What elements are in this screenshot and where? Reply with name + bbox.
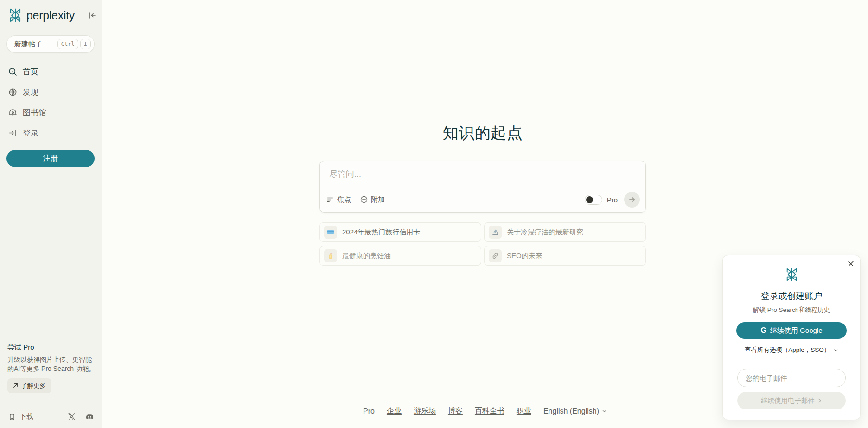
search-circle-icon bbox=[8, 67, 17, 76]
pro-promo-title: 尝试 Pro bbox=[7, 343, 96, 352]
download-button[interactable]: 下载 bbox=[8, 412, 33, 421]
all-options-label: 查看所有选项（Apple，SSO） bbox=[745, 346, 830, 354]
search-box: 焦点 附加 Pro bbox=[319, 161, 646, 213]
library-icon bbox=[8, 108, 17, 117]
sidebar-item-discover[interactable]: 发现 bbox=[0, 82, 102, 102]
download-label: 下载 bbox=[19, 412, 33, 421]
suggestion-card-cold-plunge[interactable]: 关于冷浸疗法的最新研究 bbox=[484, 222, 646, 242]
search-input[interactable] bbox=[323, 164, 643, 184]
signup-button[interactable]: 注册 bbox=[6, 150, 95, 167]
suggestion-card-cooking-oils[interactable]: 最健康的烹饪油 bbox=[319, 246, 481, 266]
sign-in-icon bbox=[8, 129, 17, 137]
google-g-icon: G bbox=[761, 326, 766, 335]
focus-button[interactable]: 焦点 bbox=[326, 195, 351, 204]
logo-row: perplexity bbox=[7, 7, 96, 23]
email-button-label: 继续使用电子邮件 bbox=[761, 396, 815, 405]
x-twitter-icon[interactable] bbox=[68, 413, 76, 421]
suggestion-label: SEO的未来 bbox=[507, 252, 542, 260]
footer-link-encyclopedia[interactable]: 百科全书 bbox=[475, 406, 504, 416]
pro-promo: 尝试 Pro 升级以获得图片上传、更智能的AI等更多 Pro Search 功能… bbox=[7, 343, 96, 393]
sidebar-item-label: 发现 bbox=[23, 87, 38, 97]
kbd-ctrl: Ctrl bbox=[57, 39, 78, 49]
globe-icon bbox=[8, 88, 17, 97]
social-links bbox=[68, 413, 94, 421]
learn-more-button[interactable]: 了解更多 bbox=[7, 378, 51, 393]
attach-button[interactable]: 附加 bbox=[360, 195, 385, 204]
footer-link-careers[interactable]: 职业 bbox=[517, 406, 531, 416]
brand-wordmark: perplexity bbox=[26, 9, 75, 22]
pro-promo-description: 升级以获得图片上传、更智能的AI等更多 Pro Search 功能。 bbox=[7, 355, 96, 374]
pro-toggle[interactable] bbox=[585, 195, 602, 205]
language-selector[interactable]: English (English) bbox=[543, 407, 607, 415]
submit-button[interactable] bbox=[624, 192, 640, 208]
toggle-knob bbox=[586, 196, 593, 203]
credit-card-icon bbox=[324, 226, 337, 239]
suggestion-card-seo[interactable]: SEO的未来 bbox=[484, 246, 646, 266]
see-all-options-link[interactable]: 查看所有选项（Apple，SSO） bbox=[745, 346, 839, 354]
close-icon[interactable] bbox=[847, 260, 855, 267]
arrow-up-right-icon bbox=[13, 383, 18, 388]
auth-modal-title: 登录或创建账户 bbox=[723, 290, 860, 302]
plus-circle-icon bbox=[360, 196, 368, 203]
chevron-down-icon bbox=[602, 409, 607, 414]
suggestion-label: 最健康的烹饪油 bbox=[342, 252, 391, 260]
footer-link-playground[interactable]: 游乐场 bbox=[414, 406, 436, 416]
attach-label: 附加 bbox=[371, 195, 385, 204]
learn-more-label: 了解更多 bbox=[21, 382, 46, 390]
filter-icon bbox=[326, 196, 334, 203]
mobile-icon bbox=[8, 413, 16, 421]
sidebar-nav: 首页 发现 图书馆 登录 bbox=[0, 61, 102, 143]
focus-label: 焦点 bbox=[337, 195, 351, 204]
sidebar: perplexity 新建帖子 Ctrl I 首页 发现 图书 bbox=[0, 0, 102, 428]
footer-link-pro[interactable]: Pro bbox=[363, 407, 375, 415]
chevron-down-icon bbox=[833, 348, 838, 353]
new-thread-button[interactable]: 新建帖子 Ctrl I bbox=[6, 35, 95, 53]
sidebar-item-home[interactable]: 首页 bbox=[0, 61, 102, 82]
divider bbox=[731, 361, 852, 361]
new-thread-label: 新建帖子 bbox=[14, 40, 42, 49]
auth-modal: 登录或创建账户 解锁 Pro Search和线程历史 G 继续使用 Google… bbox=[722, 255, 861, 420]
sidebar-item-label: 登录 bbox=[23, 128, 38, 138]
footer-link-blog[interactable]: 博客 bbox=[448, 406, 463, 416]
suggestion-label: 关于冷浸疗法的最新研究 bbox=[507, 228, 583, 237]
perplexity-logo-icon bbox=[784, 267, 799, 282]
sidebar-item-label: 首页 bbox=[23, 66, 38, 77]
kbd-i: I bbox=[80, 39, 91, 49]
arrow-right-icon bbox=[628, 196, 636, 203]
microscope-icon bbox=[489, 226, 502, 239]
google-button-label: 继续使用 Google bbox=[770, 326, 823, 335]
footer-link-enterprise[interactable]: 企业 bbox=[387, 406, 402, 416]
page-title: 知识的起点 bbox=[319, 123, 646, 144]
auth-modal-subtitle: 解锁 Pro Search和线程历史 bbox=[723, 306, 860, 314]
continue-with-email-button[interactable]: 继续使用电子邮件 bbox=[737, 392, 846, 409]
toolbar-right: Pro bbox=[585, 192, 640, 208]
suggestion-cards: 2024年最热门旅行信用卡 关于冷浸疗法的最新研究 最健康的烹饪油 SEO的未来 bbox=[319, 222, 646, 266]
link-icon bbox=[489, 249, 502, 262]
search-toolbar: 焦点 附加 Pro bbox=[320, 189, 645, 212]
perplexity-logo-icon bbox=[7, 7, 23, 23]
collapse-sidebar-icon[interactable] bbox=[88, 11, 96, 19]
chevron-right-icon bbox=[817, 398, 822, 403]
oil-bottle-icon bbox=[324, 249, 337, 262]
suggestion-label: 2024年最热门旅行信用卡 bbox=[342, 228, 420, 237]
discord-icon[interactable] bbox=[86, 413, 94, 421]
continue-with-google-button[interactable]: G 继续使用 Google bbox=[736, 322, 847, 339]
sidebar-item-label: 图书馆 bbox=[23, 107, 46, 118]
shortcut-keys: Ctrl I bbox=[57, 39, 91, 49]
email-field[interactable] bbox=[737, 369, 846, 387]
suggestion-card-travel-cards[interactable]: 2024年最热门旅行信用卡 bbox=[319, 222, 481, 242]
sidebar-item-library[interactable]: 图书馆 bbox=[0, 102, 102, 123]
pro-toggle-label: Pro bbox=[607, 196, 618, 204]
sidebar-item-signin[interactable]: 登录 bbox=[0, 123, 102, 143]
sidebar-footer: 下载 bbox=[0, 405, 102, 428]
language-label: English (English) bbox=[543, 407, 599, 415]
